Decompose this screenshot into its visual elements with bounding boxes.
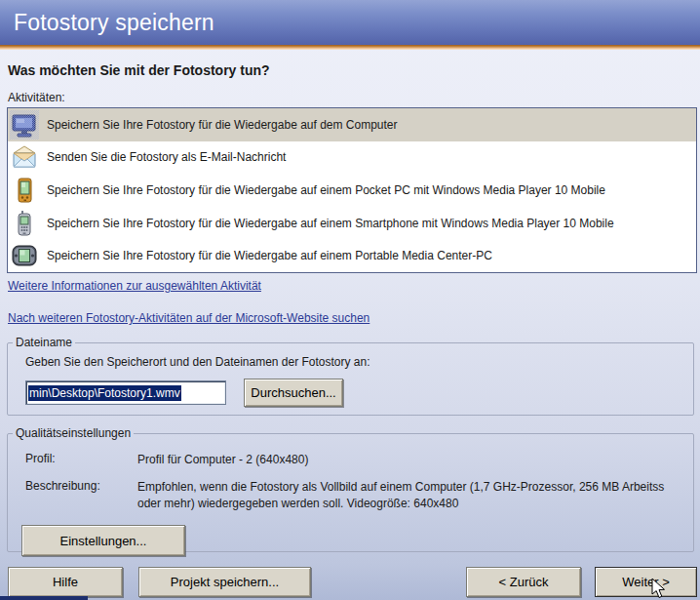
description-label: Beschreibung: [25,479,137,512]
quality-group-legend: Qualitätseinstellungen [13,426,134,440]
filename-instruction: Geben Sie den Speicherort und den Datein… [25,355,693,369]
smartphone-icon [11,210,38,237]
activity-label: Speichern Sie Ihre Fotostory für die Wie… [47,249,492,262]
back-button[interactable]: < Zurück [466,567,581,597]
page-title: Was möchten Sie mit der Fotostory tun? [8,62,700,78]
filename-group: Dateiname Geben Sie den Speicherort und … [7,336,694,416]
more-activities-link[interactable]: Nach weiteren Fotostory-Aktivitäten auf … [8,311,700,325]
activity-item-email[interactable]: Senden Sie die Fotostory als E-Mail-Nach… [8,141,696,175]
activity-label: Speichern Sie Ihre Fotostory für die Wie… [47,118,398,132]
dialog-content: Was möchten Sie mit der Fotostory tun? A… [0,62,700,552]
activity-item-computer[interactable]: Speichern Sie Ihre Fotostory für die Wie… [8,108,696,141]
activities-label: Aktivitäten: [8,91,700,104]
filename-input-value: min\Desktop\Fotostory1.wmv [28,385,181,401]
browse-button[interactable]: Durchsuchen... [244,379,343,407]
activities-listbox: Speichern Sie Ihre Fotostory für die Wie… [7,107,697,273]
activity-label: Senden Sie die Fotostory als E-Mail-Nach… [47,150,286,164]
email-icon [11,143,38,171]
activity-item-smartphone[interactable]: Speichern Sie Ihre Fotostory für die Wie… [8,207,696,240]
quality-group: Qualitätseinstellungen Profil: Profil fü… [7,426,694,552]
window-bottom-edge [0,596,88,600]
dialog-title: Fotostory speichern [0,0,700,45]
activity-item-pocket-pc[interactable]: Speichern Sie Ihre Fotostory für die Wie… [8,174,696,207]
description-line-1: Empfohlen, wenn die Fotostory als Vollbi… [137,479,693,496]
pocket-pc-icon [11,177,38,204]
profile-value: Profil für Computer - 2 (640x480) [137,452,693,468]
portable-media-center-icon [11,242,38,269]
help-button[interactable]: Hilfe [8,567,123,597]
filename-input[interactable]: min\Desktop\Fotostory1.wmv [25,380,226,405]
settings-button[interactable]: Einstellungen... [21,525,185,556]
profile-label: Profil: [25,452,137,468]
computer-icon [11,111,38,139]
more-info-link[interactable]: Weitere Informationen zur ausgewählten A… [8,279,700,293]
activity-item-portable-media-center[interactable]: Speichern Sie Ihre Fotostory für die Wie… [8,239,696,272]
filename-group-legend: Dateiname [13,336,75,349]
description-line-2: oder mehr) wiedergegeben werden soll. Vi… [137,496,693,512]
next-button[interactable]: Weiter > [595,567,697,597]
orange-divider [0,45,700,50]
save-project-button[interactable]: Projekt speichern... [138,567,311,597]
description-value: Empfohlen, wenn die Fotostory als Vollbi… [137,479,693,512]
photostory-save-dialog: { "header": { "title": "Fotostory speich… [0,0,700,600]
activity-label: Speichern Sie Ihre Fotostory für die Wie… [47,183,605,197]
activity-label: Speichern Sie Ihre Fotostory für die Wie… [47,217,614,230]
